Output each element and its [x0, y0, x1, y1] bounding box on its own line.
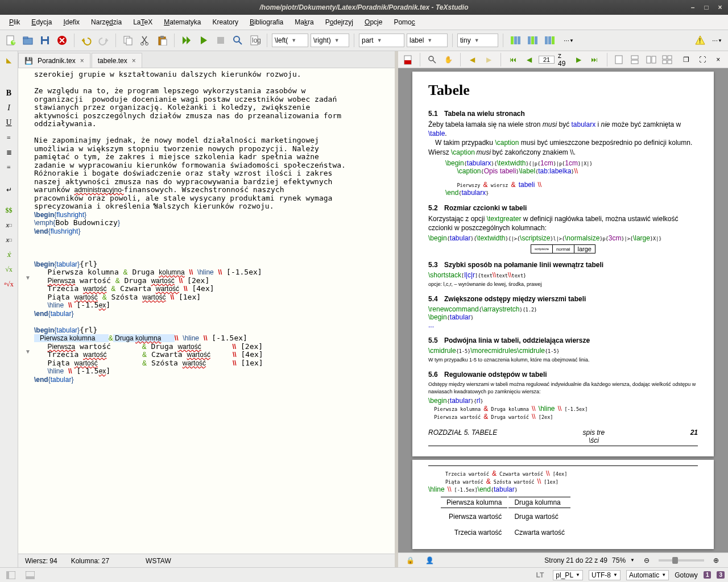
label-combo[interactable]: label▼	[407, 34, 448, 47]
svg-rect-33	[615, 56, 622, 64]
open-file-button[interactable]	[20, 33, 35, 48]
grid-page-icon[interactable]	[661, 52, 673, 67]
align-center-button[interactable]: ≣	[2, 146, 16, 159]
menu-edycja[interactable]: Edycja	[27, 16, 56, 28]
left-bracket-combo[interactable]: \left(▼	[272, 34, 308, 47]
maximize-button[interactable]: □	[702, 3, 711, 12]
menu-pomoc[interactable]: Pomoc	[389, 16, 419, 28]
zoom-slider[interactable]	[659, 559, 704, 562]
bold-button[interactable]: B	[2, 86, 16, 100]
preview-close-icon[interactable]: ×	[712, 52, 725, 67]
paste-button[interactable]	[155, 33, 169, 48]
expand-icon[interactable]: ⛶	[696, 52, 709, 67]
menu-podejrzyj[interactable]: Podejrzyj	[321, 16, 358, 28]
tab-tabele[interactable]: tabele.tex ×	[92, 53, 142, 68]
window-icon[interactable]: ❐	[680, 52, 693, 67]
page-number-input[interactable]	[539, 56, 555, 64]
tab-close-icon[interactable]: ×	[80, 57, 84, 65]
zoom-out-icon[interactable]: ⊖	[639, 553, 654, 568]
italic-button[interactable]: I	[2, 101, 16, 115]
zoom-in-icon[interactable]: ⊕	[709, 553, 723, 568]
tab-close-icon[interactable]: ×	[132, 57, 136, 65]
part-combo[interactable]: part▼	[359, 34, 404, 47]
stop-button[interactable]	[213, 33, 228, 48]
menu-matematyka[interactable]: Matematyka	[159, 16, 205, 28]
menu-bibliografia[interactable]: Bibliografia	[245, 16, 288, 28]
superscript-button[interactable]: x□	[2, 233, 16, 247]
badge-1[interactable]: 1	[704, 571, 712, 579]
lineend-combo[interactable]: Automatic▼	[626, 570, 669, 580]
new-file-button[interactable]: +	[3, 33, 18, 48]
badge-2[interactable]: 3	[717, 571, 725, 579]
minimize-button[interactable]: –	[688, 3, 697, 12]
sidebar-toggle[interactable]: ◣	[2, 53, 16, 67]
underline-button[interactable]: U	[2, 116, 16, 130]
build-run-button[interactable]	[179, 33, 194, 48]
tab-label: Poradnik.tex	[38, 57, 76, 65]
align-left-button[interactable]: ≡	[2, 131, 16, 144]
frac-button[interactable]: ẋ	[2, 248, 16, 261]
right-bracket-combo[interactable]: \right)▼	[311, 34, 349, 47]
language-combo[interactable]: pl_PL▼	[553, 570, 583, 580]
hand-tool-icon[interactable]: ✋	[442, 52, 454, 67]
toolbar-overflow-2[interactable]: ··· ▼	[710, 33, 725, 48]
redo-button[interactable]	[96, 33, 111, 48]
lt-icon[interactable]: LT	[532, 568, 547, 583]
tab-poradnik[interactable]: 💾 Poradnik.tex ×	[18, 53, 90, 68]
undo-button[interactable]	[79, 33, 94, 48]
svg-rect-40	[663, 60, 667, 64]
save-button[interactable]	[38, 33, 52, 48]
menu-kreatory[interactable]: Kreatory	[208, 16, 243, 28]
pdf-viewport[interactable]: Tabele 5.1Tabela na wielu stronach Żeby …	[398, 68, 728, 552]
next-page-icon[interactable]: ▶	[572, 52, 585, 67]
subscript-button[interactable]: x□	[2, 218, 16, 232]
editor-tabs: 💾 Poradnik.tex × tabele.tex ×	[18, 51, 395, 68]
pdf-icon[interactable]	[402, 52, 414, 67]
left-sidebar: ◣ B I U ≡ ≣ ≡ ↵ $$ x□ x□ ẋ √x ⁿ√x	[0, 51, 18, 567]
menu-idefix[interactable]: Idefix	[59, 16, 84, 28]
nav-fwd-icon[interactable]: ▶	[482, 52, 495, 67]
warning-icon[interactable]: !	[693, 33, 708, 48]
cut-button[interactable]	[138, 33, 152, 48]
panel-icon-1[interactable]	[3, 568, 18, 583]
titlebar: /home/piotr/Dokumenty/Latex/Poradnik/Por…	[0, 0, 728, 15]
column-icon-1[interactable]	[508, 33, 523, 48]
preview-pane: ✋ ◀ ▶ ⏮ ◀ z 49 ▶ ⏭ ❐ ⛶ × Tabele 5.1Tabel…	[398, 51, 728, 567]
user-icon[interactable]: 👤	[422, 553, 437, 568]
lock-icon[interactable]: 🔒	[403, 553, 417, 568]
last-page-icon[interactable]: ⏭	[588, 52, 601, 67]
align-right-button[interactable]: ≡	[2, 160, 16, 174]
preview-toolbar: ✋ ◀ ▶ ⏮ ◀ z 49 ▶ ⏭ ❐ ⛶ ×	[398, 51, 728, 68]
menu-narzedzia[interactable]: Narzędzia	[86, 16, 126, 28]
view-log-button[interactable]: log	[247, 33, 262, 48]
svg-rect-26	[545, 36, 548, 44]
newline-button[interactable]: ↵	[2, 183, 16, 197]
menu-makra[interactable]: Makra	[290, 16, 318, 28]
nroot-button[interactable]: ⁿ√x	[2, 277, 16, 291]
encoding-combo[interactable]: UTF-8▼	[589, 570, 621, 580]
menu-latex[interactable]: LaTeX	[129, 16, 157, 28]
panel-icon-2[interactable]	[23, 568, 38, 583]
code-editor[interactable]: szerokiej grupie w kształtowaniu dalszyc…	[18, 68, 395, 554]
nav-back-icon[interactable]: ◀	[466, 52, 479, 67]
math-mode-button[interactable]: $$	[2, 203, 16, 217]
zoom-search-icon[interactable]	[426, 52, 439, 67]
svg-rect-16	[217, 37, 224, 44]
column-icon-3[interactable]	[542, 33, 557, 48]
prev-page-icon[interactable]: ◀	[523, 52, 535, 67]
toolbar-overflow[interactable]: ··· ▼	[561, 33, 576, 48]
first-page-icon[interactable]: ⏮	[507, 52, 519, 67]
sqrt-button[interactable]: √x	[2, 263, 16, 276]
fontsize-combo[interactable]: tiny▼	[457, 34, 498, 47]
two-page-icon[interactable]	[645, 52, 657, 67]
menu-opcje[interactable]: Opcje	[360, 16, 387, 28]
close-file-button[interactable]	[55, 33, 69, 48]
column-icon-2[interactable]	[525, 33, 540, 48]
copy-button[interactable]	[121, 33, 135, 48]
cont-page-icon[interactable]	[628, 52, 641, 67]
compile-button[interactable]	[196, 33, 211, 48]
single-page-icon[interactable]	[613, 52, 625, 67]
close-button[interactable]: ×	[715, 3, 725, 12]
menu-plik[interactable]: Plik	[5, 16, 24, 28]
view-pdf-button[interactable]	[230, 33, 245, 48]
